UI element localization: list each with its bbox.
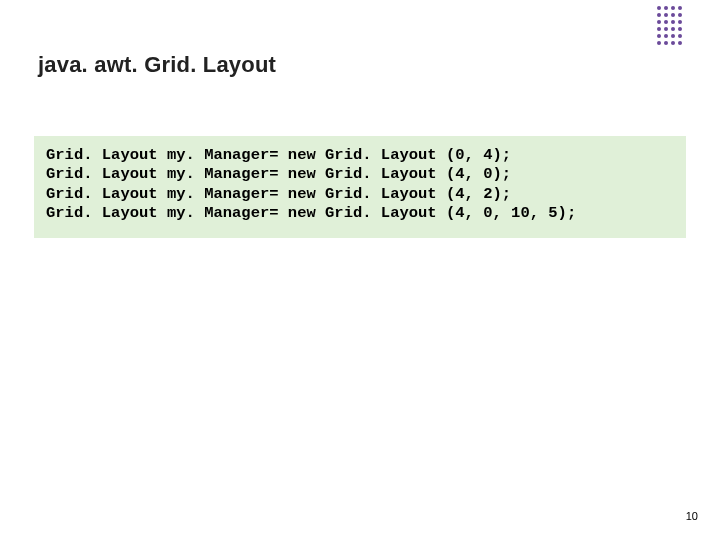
code-block: Grid. Layout my. Manager= new Grid. Layo…	[34, 136, 686, 238]
page-number: 10	[686, 510, 698, 522]
code-line: Grid. Layout my. Manager= new Grid. Layo…	[46, 146, 674, 165]
code-line: Grid. Layout my. Manager= new Grid. Layo…	[46, 165, 674, 184]
corner-dot-decoration	[657, 6, 682, 45]
slide-title: java. awt. Grid. Layout	[38, 52, 276, 78]
slide: java. awt. Grid. Layout Grid. Layout my.…	[0, 0, 720, 540]
code-line: Grid. Layout my. Manager= new Grid. Layo…	[46, 204, 674, 223]
code-line: Grid. Layout my. Manager= new Grid. Layo…	[46, 185, 674, 204]
